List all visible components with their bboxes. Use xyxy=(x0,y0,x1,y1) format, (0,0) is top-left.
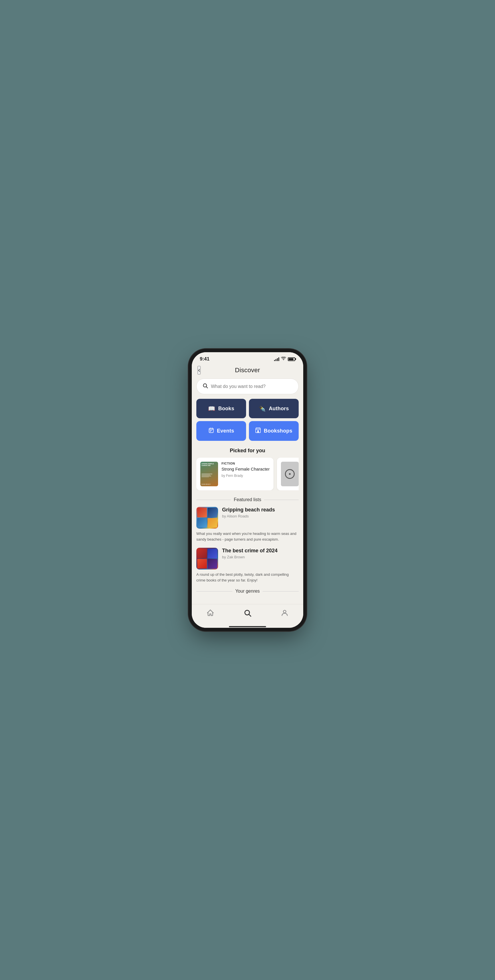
svg-rect-6 xyxy=(210,430,211,431)
header: ‹ Discover xyxy=(192,364,303,379)
crime-curator: by Zak Brown xyxy=(222,555,299,559)
featured-heading: Featured lists xyxy=(234,497,261,502)
fiction-book-info: FICTION Strong Female Character by Fern … xyxy=(222,462,270,478)
home-indicator xyxy=(192,624,303,628)
svg-line-1 xyxy=(206,387,208,388)
genres-divider-left xyxy=(196,591,232,592)
crime-title: The best crime of 2024 xyxy=(222,548,299,554)
picked-card-nonfic[interactable]: NON-FIC The Cre... by Rick R... xyxy=(277,458,299,490)
phone-frame: 9:41 ‹ Discover xyxy=(192,352,303,628)
home-indicator-bar xyxy=(229,626,266,627)
svg-rect-10 xyxy=(257,430,259,433)
status-time: 9:41 xyxy=(200,356,209,362)
crime-desc: A round up of the best plotty, twisty, d… xyxy=(196,572,299,583)
picked-card-fiction[interactable]: STRONG FEMALE CHARACTER FERN BRADY FICTI… xyxy=(196,458,273,490)
beach-reads-thumb xyxy=(196,507,218,528)
search-nav-icon xyxy=(243,609,252,617)
featured-divider: Featured lists xyxy=(196,497,299,502)
nav-profile[interactable] xyxy=(275,607,294,619)
svg-rect-7 xyxy=(211,430,212,431)
fiction-title: Strong Female Character xyxy=(222,466,270,472)
svg-rect-8 xyxy=(210,431,211,432)
content: 📖 Books ✒️ Authors xyxy=(192,379,303,604)
genres-heading: Your genres xyxy=(235,589,260,594)
page-title: Discover xyxy=(235,366,260,374)
beach-reads-desc: What you really want when you're heading… xyxy=(196,531,299,542)
svg-line-13 xyxy=(249,614,251,616)
svg-point-14 xyxy=(283,610,286,613)
events-button[interactable]: Events xyxy=(196,421,246,441)
beach-reads-meta: Gripping beach reads by Alison Roads xyxy=(222,507,299,518)
nav-home[interactable] xyxy=(201,607,220,619)
back-button[interactable]: ‹ xyxy=(197,366,201,374)
fiction-author: by Fern Brady xyxy=(222,474,270,478)
wifi-icon xyxy=(281,357,286,362)
list-item-beach[interactable]: Gripping beach reads by Alison Roads Wha… xyxy=(196,507,299,542)
picked-heading: Picked for you xyxy=(196,448,299,454)
status-icons xyxy=(274,357,295,362)
beach-reads-curator: by Alison Roads xyxy=(222,514,299,518)
fiction-book-thumb: STRONG FEMALE CHARACTER FERN BRADY xyxy=(200,462,218,486)
profile-icon xyxy=(281,609,289,617)
list-item-crime-top: The best crime of 2024 by Zak Brown xyxy=(196,548,299,570)
picked-scroll: STRONG FEMALE CHARACTER FERN BRADY FICTI… xyxy=(196,458,299,490)
books-button[interactable]: 📖 Books xyxy=(196,399,246,418)
genres-divider-right xyxy=(263,591,299,592)
fiction-genre: FICTION xyxy=(222,462,270,465)
nav-search[interactable] xyxy=(238,607,257,619)
list-item-beach-top: Gripping beach reads by Alison Roads xyxy=(196,507,299,528)
crime-thumb xyxy=(196,548,218,570)
authors-label: Authors xyxy=(269,406,289,412)
battery-icon xyxy=(288,357,295,361)
genres-divider: Your genres xyxy=(196,589,299,594)
search-icon xyxy=(202,383,208,390)
category-grid: 📖 Books ✒️ Authors xyxy=(196,399,299,441)
events-icon xyxy=(208,427,214,434)
beach-reads-title: Gripping beach reads xyxy=(222,507,299,513)
bottom-nav xyxy=(192,604,303,624)
books-label: Books xyxy=(218,406,234,412)
signal-icon xyxy=(274,357,279,361)
nonfic-book-thumb xyxy=(281,462,299,486)
list-item-crime[interactable]: The best crime of 2024 by Zak Brown A ro… xyxy=(196,548,299,583)
authors-button[interactable]: ✒️ Authors xyxy=(249,399,299,418)
home-icon xyxy=(206,609,214,617)
bookshops-icon xyxy=(255,427,261,434)
authors-icon: ✒️ xyxy=(259,405,266,412)
bookshops-button[interactable]: Bookshops xyxy=(249,421,299,441)
crime-meta: The best crime of 2024 by Zak Brown xyxy=(222,548,299,559)
bookshops-label: Bookshops xyxy=(264,428,292,434)
books-icon: 📖 xyxy=(208,405,215,412)
search-bar[interactable] xyxy=(196,379,299,394)
status-bar: 9:41 xyxy=(192,352,303,364)
events-label: Events xyxy=(217,428,234,434)
search-input[interactable] xyxy=(211,384,293,389)
